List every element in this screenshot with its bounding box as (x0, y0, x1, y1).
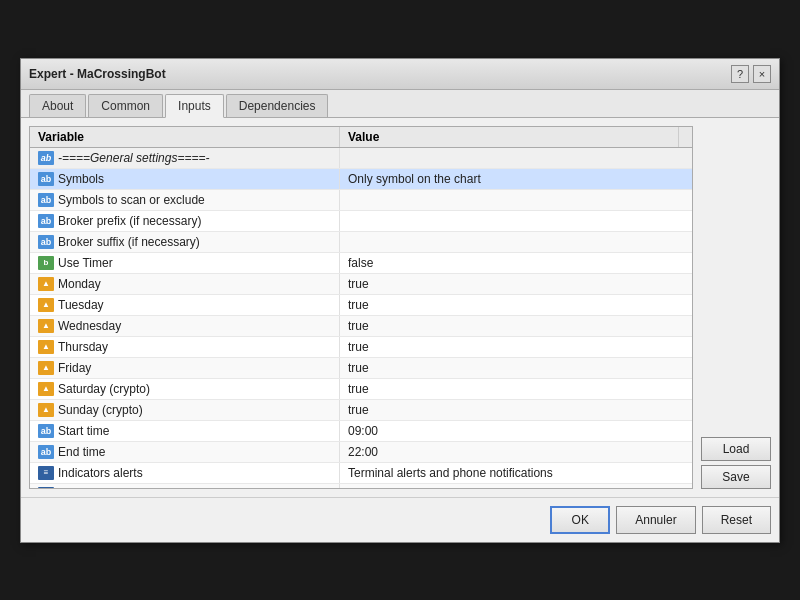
header-variable: Variable (30, 127, 340, 147)
table-row[interactable]: ab Start time 09:00 (30, 421, 692, 442)
load-button[interactable]: Load (701, 437, 771, 461)
table-body: ab -====General settings====- ab Symbols… (30, 148, 692, 488)
chart-icon: ▲ (38, 319, 54, 333)
indicators-icon: ≡ (38, 466, 54, 480)
cell-variable: ab Broker prefix (if necessary) (30, 211, 340, 231)
cancel-button[interactable]: Annuler (616, 506, 695, 534)
cell-variable: ▲ Tuesday (30, 295, 340, 315)
table-row[interactable]: ab Broker suffix (if necessary) (30, 232, 692, 253)
cell-value: Terminal alerts and phone notifications (340, 463, 692, 483)
ab-icon: ab (38, 214, 54, 228)
cell-value: true (340, 295, 692, 315)
table-row[interactable]: ▲ Thursday true (30, 337, 692, 358)
content-area: Variable Value ab -====General settings=… (21, 118, 779, 497)
cell-variable: ab Symbols (30, 169, 340, 189)
cell-value: 09:00 (340, 421, 692, 441)
close-button[interactable]: × (753, 65, 771, 83)
save-button[interactable]: Save (701, 465, 771, 489)
cell-variable: ab -====General settings====- (30, 148, 340, 168)
cell-variable: ≡ Trading alerts (30, 484, 340, 488)
cell-variable: ▲ Sunday (crypto) (30, 400, 340, 420)
cell-value: true (340, 400, 692, 420)
chart-icon: ▲ (38, 382, 54, 396)
table-row[interactable]: ▲ Saturday (crypto) true (30, 379, 692, 400)
ab-icon: ab (38, 151, 54, 165)
ok-button[interactable]: OK (550, 506, 610, 534)
cell-variable: ab Symbols to scan or exclude (30, 190, 340, 210)
cell-value (340, 239, 692, 245)
cell-value: true (340, 358, 692, 378)
chart-icon: ▲ (38, 298, 54, 312)
reset-button[interactable]: Reset (702, 506, 771, 534)
table-row[interactable]: ≡ Trading alerts Terminal alerts and pho… (30, 484, 692, 488)
variables-table: Variable Value ab -====General settings=… (29, 126, 693, 489)
help-button[interactable]: ? (731, 65, 749, 83)
cell-variable: ▲ Saturday (crypto) (30, 379, 340, 399)
cell-value: 22:00 (340, 442, 692, 462)
trading-icon: ≡ (38, 487, 54, 488)
window-title: Expert - MaCrossingBot (29, 67, 166, 81)
chart-icon: ▲ (38, 340, 54, 354)
cell-variable: ab Start time (30, 421, 340, 441)
table-header: Variable Value (30, 127, 692, 148)
chart-icon: ▲ (38, 361, 54, 375)
ab-icon: ab (38, 235, 54, 249)
right-buttons: Load Save (701, 126, 771, 489)
ab-icon: ab (38, 172, 54, 186)
ab-icon: ab (38, 424, 54, 438)
table-row[interactable]: ab -====General settings====- (30, 148, 692, 169)
cell-value: true (340, 379, 692, 399)
table-row[interactable]: ≡ Indicators alerts Terminal alerts and … (30, 463, 692, 484)
cell-value: true (340, 274, 692, 294)
cell-variable: ▲ Monday (30, 274, 340, 294)
cell-variable: ▲ Thursday (30, 337, 340, 357)
cell-variable: ▲ Friday (30, 358, 340, 378)
cell-variable: ▲ Wednesday (30, 316, 340, 336)
tab-bar: About Common Inputs Dependencies (21, 90, 779, 118)
cell-variable: ab End time (30, 442, 340, 462)
cell-variable: ≡ Indicators alerts (30, 463, 340, 483)
table-row[interactable]: ▲ Sunday (crypto) true (30, 400, 692, 421)
cell-value (340, 218, 692, 224)
table-row[interactable]: ab Symbols Only symbol on the chart (30, 169, 692, 190)
tab-dependencies[interactable]: Dependencies (226, 94, 329, 117)
cell-value: true (340, 316, 692, 336)
bottom-bar: OK Annuler Reset (21, 497, 779, 542)
table-row[interactable]: ▲ Tuesday true (30, 295, 692, 316)
cell-value: true (340, 337, 692, 357)
table-row[interactable]: ▲ Friday true (30, 358, 692, 379)
table-row[interactable]: ab End time 22:00 (30, 442, 692, 463)
title-bar: Expert - MaCrossingBot ? × (21, 59, 779, 90)
cell-value: Only symbol on the chart (340, 169, 692, 189)
cell-value: false (340, 253, 692, 273)
chart-icon: ▲ (38, 403, 54, 417)
ab-icon: ab (38, 193, 54, 207)
ab-icon: ab (38, 445, 54, 459)
table-row[interactable]: ab Broker prefix (if necessary) (30, 211, 692, 232)
title-buttons: ? × (731, 65, 771, 83)
dialog-window: Expert - MaCrossingBot ? × About Common … (20, 58, 780, 543)
tab-about[interactable]: About (29, 94, 86, 117)
bool-icon: b (38, 256, 54, 270)
table-row[interactable]: ▲ Monday true (30, 274, 692, 295)
cell-value (340, 197, 692, 203)
chart-icon: ▲ (38, 277, 54, 291)
cell-value: Terminal alerts and phone notifications (340, 484, 692, 488)
tab-inputs[interactable]: Inputs (165, 94, 224, 118)
cell-variable: ab Broker suffix (if necessary) (30, 232, 340, 252)
table-row[interactable]: b Use Timer false (30, 253, 692, 274)
tab-common[interactable]: Common (88, 94, 163, 117)
cell-value (340, 155, 692, 161)
header-value: Value (340, 127, 678, 147)
cell-variable: b Use Timer (30, 253, 340, 273)
table-row[interactable]: ab Symbols to scan or exclude (30, 190, 692, 211)
table-row[interactable]: ▲ Wednesday true (30, 316, 692, 337)
